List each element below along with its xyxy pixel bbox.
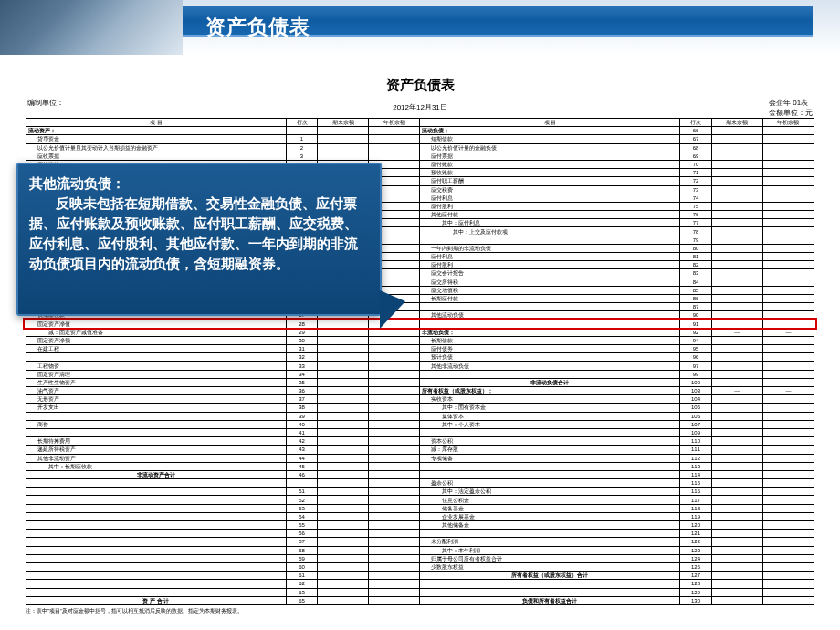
begin-cell [369,562,420,571]
begin-cell [369,588,420,596]
rownum-cell: 120 [680,521,712,530]
rownum-cell: 110 [680,437,712,446]
begin-cell [369,580,420,588]
end-cell [318,328,369,336]
item-cell: 减：库存股 [420,446,680,454]
begin-cell: — [762,387,814,395]
rownum-cell: 92 [680,328,712,336]
begin-cell [762,269,814,278]
table-row: 资 产 合 计65负债和所有者权益合计130 [26,596,814,604]
end-cell: — [711,127,762,135]
item-cell [420,303,680,311]
begin-cell [369,345,420,353]
item-cell: 其他非流动资产 [26,454,287,462]
item-cell [26,512,287,520]
rownum-cell: 81 [680,253,712,261]
rownum-cell: 51 [286,488,318,496]
item-cell: 开发支出 [26,404,287,412]
rownum-cell: 111 [680,446,712,454]
item-cell: 预计负债 [420,353,680,362]
end-cell [318,554,369,562]
item-cell: 其他非流动负债 [420,362,680,370]
end-cell [711,211,762,219]
table-row: 61所有者权益（或股东权益）合计127 [26,572,814,580]
table-row: 以公允价值计量且其变动计入当期损益的金融资产2以公允价值计量的金融负债68 [26,143,814,152]
rownum-cell: 129 [680,588,712,596]
item-cell: 任意公积金 [420,496,680,504]
begin-cell [369,378,420,386]
end-cell [711,261,762,269]
item-cell [420,530,680,538]
begin-cell [369,454,420,462]
item-cell [26,530,287,538]
table-row: 54企业发展基金119 [26,512,814,520]
begin-cell [762,395,814,404]
table-row: 59归属于母公司所有者权益合计124 [26,554,814,562]
item-cell: 流动资产： [26,127,287,135]
item-cell [26,538,287,546]
rownum-cell: 73 [680,185,712,194]
item-cell [26,580,287,588]
rownum-cell: 70 [680,160,712,168]
table-row: 41109 [26,428,814,436]
item-cell: 递延所得税资产 [26,446,287,454]
end-cell [318,538,369,546]
item-cell: 应付股利 [420,261,680,269]
begin-cell [762,538,814,546]
begin-cell [762,286,814,294]
begin-cell [762,420,814,428]
end-cell [711,143,762,152]
item-cell [420,470,680,478]
rownum-cell: 106 [680,412,712,420]
rownum-cell: 114 [680,470,712,478]
begin-cell [762,253,814,261]
rownum-cell: 54 [286,512,318,520]
end-cell [711,462,762,470]
rownum-cell: 128 [680,580,712,588]
begin-cell [369,135,420,143]
begin-cell [762,470,814,478]
end-cell [318,152,369,160]
begin-cell [762,320,814,328]
item-cell: 非流动负债： [420,328,680,336]
rownum-cell: 99 [680,370,712,378]
item-cell: 储备基金 [420,504,680,512]
item-cell: 其中：本年利润 [420,546,680,554]
item-cell: 应交税费 [420,185,680,194]
end-cell [711,236,762,244]
end-cell [711,479,762,488]
item-cell: 资 产 合 计 [26,596,287,604]
end-cell [318,353,369,362]
end-cell [711,596,762,604]
table-row: 56121 [26,530,814,538]
begin-cell [762,294,814,302]
end-cell [711,177,762,185]
item-cell: 其中：应付利息 [420,219,680,227]
begin-cell [762,303,814,311]
begin-cell [369,496,420,504]
rownum-cell: 66 [680,127,712,135]
rownum-cell: 76 [680,211,712,219]
item-cell [26,428,287,436]
rownum-cell: 61 [286,572,318,580]
item-cell [420,320,680,328]
begin-cell [762,554,814,562]
begin-cell [762,462,814,470]
rownum-cell: 1 [286,135,318,143]
end-cell [711,244,762,252]
item-cell [420,588,680,596]
begin-cell [762,562,814,571]
item-cell: 负债和所有者权益合计 [420,596,680,604]
begin-cell [369,530,420,538]
item-cell [420,370,680,378]
begin-cell [762,169,814,177]
begin-cell [369,554,420,562]
item-cell: 资本公积 [420,437,680,446]
begin-cell [762,211,814,219]
end-cell [711,446,762,454]
item-cell: 应付票据 [420,152,680,160]
rownum-cell: 42 [286,437,318,446]
item-cell: 其中：上交及应付款项 [420,227,680,236]
end-cell: — [711,387,762,395]
rownum-cell: 85 [680,286,712,294]
